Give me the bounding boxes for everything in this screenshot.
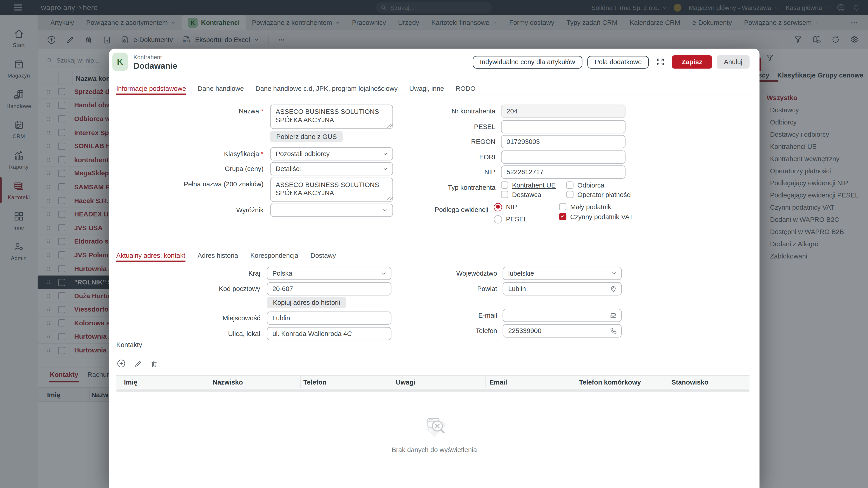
fullscreen-expand-icon[interactable] — [656, 58, 665, 66]
app-root: wapro anyhere Szukaj... Solidna Firma Sp… — [0, 0, 868, 488]
modal-header-buttons: Indywidualne ceny dla artykułów Pola dod… — [473, 55, 749, 69]
tab-aktualny-adres-kontakt[interactable]: Aktualny adres, kontakt — [116, 249, 185, 262]
page-title: Dodawanie — [133, 61, 177, 70]
tab-korespondencja[interactable]: Korespondencja — [250, 249, 298, 262]
wojewodztwo-select[interactable]: lubelskie — [503, 267, 622, 280]
wyroznik-label: Wyróżnik — [116, 203, 270, 217]
contacts-table-header: Imię Nazwisko Telefon Uwagi Email Telefo… — [116, 375, 749, 388]
modal-tabs: Informacje podstawowe Dane handlowe Dane… — [116, 82, 749, 95]
pesel-field[interactable] — [501, 120, 625, 133]
add-contact-icon[interactable] — [116, 359, 126, 368]
telefon-label: Telefon — [356, 324, 503, 337]
checkbox-operator-platnosci[interactable]: Operator płatności — [566, 191, 637, 198]
contacts-column-uwagi[interactable]: Uwagi — [396, 379, 415, 386]
individual-prices-button[interactable]: Indywidualne ceny dla artykułów — [473, 56, 582, 68]
address-tabs: Aktualny adres, kontakt Adres historia K… — [116, 249, 747, 262]
checkbox-maly-podatnik[interactable]: Mały podatnik — [559, 203, 629, 210]
kraj-label: Kraj — [116, 267, 267, 280]
address-section: Aktualny adres, kontakt Adres historia K… — [116, 249, 747, 350]
eori-field[interactable] — [501, 150, 625, 164]
eori-label: EORI — [354, 150, 501, 164]
modal-entity-label: Kontrahent — [133, 54, 162, 60]
no-data-icon — [422, 414, 446, 438]
podlega-ewidencji-label: Podlega ewidencji — [354, 203, 494, 223]
checkbox-kontrahent-ue[interactable]: Kontrahent UE — [501, 181, 566, 189]
tab-rodo[interactable]: RODO — [456, 82, 475, 94]
pelna-nazwa-label: Pełna nazwa (200 znaków) — [116, 177, 270, 202]
tab-dane-handlowe[interactable]: Dane handlowe — [197, 82, 244, 94]
tab-informacje-podstawowe[interactable]: Informacje podstawowe — [116, 82, 186, 94]
ulica-lokal-label: Ulica, lokal — [116, 327, 267, 340]
powiat-label: Powiat — [356, 282, 503, 295]
edit-contact-icon[interactable] — [134, 359, 143, 368]
contacts-toolbar — [116, 359, 158, 368]
mail-icon[interactable] — [610, 312, 617, 319]
checkbox-dostawca[interactable]: Dostawca — [501, 191, 566, 198]
wojewodztwo-label: Województwo — [356, 267, 503, 280]
pobierz-dane-z-gus-button[interactable]: Pobierz dane z GUS — [270, 131, 343, 142]
contacts-column-stanowisko[interactable]: Stanowisko — [672, 379, 708, 386]
tab-dane-handlowe-cd[interactable]: Dane handlowe c.d, JPK, program lojalnoś… — [255, 82, 398, 94]
checkbox-icon — [559, 203, 566, 210]
regon-label: REGON — [354, 135, 501, 149]
contacts-section-title: Kontakty — [116, 341, 142, 349]
klasyfikacja-label: Klasyfikacja * — [116, 147, 270, 160]
pesel-label: PESEL — [354, 120, 501, 133]
typ-kontrahenta-label: Typ kontrahenta — [354, 181, 501, 198]
email-label: E-mail — [356, 309, 503, 322]
checkbox-icon — [566, 182, 574, 189]
save-button[interactable]: Zapisz — [672, 55, 712, 69]
delete-contact-icon[interactable] — [150, 359, 158, 368]
checkbox-icon — [501, 182, 508, 189]
email-field[interactable] — [503, 309, 622, 322]
contacts-column-email[interactable]: Email — [489, 379, 507, 386]
contacts-empty-state: Brak danych do wyświetlenia — [109, 414, 760, 454]
map-pin-icon[interactable] — [610, 285, 617, 292]
telefon-field[interactable]: 225339900 — [503, 324, 622, 337]
contacts-column-nazwisko[interactable]: Nazwisko — [213, 379, 243, 386]
powiat-field[interactable]: Lublin — [503, 282, 622, 295]
cancel-button[interactable]: Anuluj — [717, 55, 749, 69]
kontrahent-badge: K — [112, 53, 128, 71]
grupa-ceny-label: Grupa (ceny) — [116, 162, 270, 175]
contacts-column-telefon[interactable]: Telefon — [303, 379, 327, 386]
nip-field[interactable]: 5222612717 — [501, 165, 625, 179]
radio-nip[interactable]: NIP — [494, 203, 559, 211]
checkbox-odbiorca[interactable]: Odbiorca — [566, 181, 637, 189]
checkbox-checked-icon — [559, 213, 566, 220]
tab-adres-historia[interactable]: Adres historia — [197, 249, 238, 262]
tab-dostawy[interactable]: Dostawy — [310, 249, 336, 262]
kod-pocztowy-label: Kod pocztowy — [116, 282, 267, 295]
contacts-column-imie[interactable]: Imię — [124, 379, 137, 386]
radio-pesel[interactable]: PESEL — [494, 215, 559, 223]
radio-icon — [494, 215, 502, 223]
checkbox-czynny-podatnik-vat[interactable]: Czynny podatnik VAT — [559, 213, 637, 221]
regon-field[interactable]: 017293003 — [501, 135, 625, 149]
phone-icon[interactable] — [610, 327, 617, 334]
nazwa-label: Nazwa * — [116, 105, 270, 129]
miejscowosc-label: Miejscowość — [116, 312, 267, 325]
tab-uwagi-inne[interactable]: Uwagi, inne — [409, 82, 444, 94]
nr-kontrahenta-field: 204 — [501, 105, 625, 118]
radio-icon — [494, 203, 502, 211]
nip-label: NIP — [354, 165, 501, 179]
empty-state-text: Brak danych do wyświetlenia — [109, 446, 760, 454]
checkbox-icon — [501, 191, 508, 198]
kopiuj-adres-do-historii-button[interactable]: Kopiuj adres do historii — [267, 297, 346, 308]
checkbox-icon — [566, 191, 574, 198]
kontrahent-modal: K Kontrahent Dodawanie Indywidualne ceny… — [109, 49, 760, 488]
nr-kontrahenta-label: Nr kontrahenta — [354, 105, 501, 118]
contacts-column-telefon-komorkowy[interactable]: Telefon komórkowy — [579, 379, 641, 386]
contacts-scrollbar[interactable] — [116, 389, 749, 392]
extra-fields-button[interactable]: Pola dodatkowe — [587, 56, 649, 68]
chevron-down-icon — [611, 271, 617, 276]
